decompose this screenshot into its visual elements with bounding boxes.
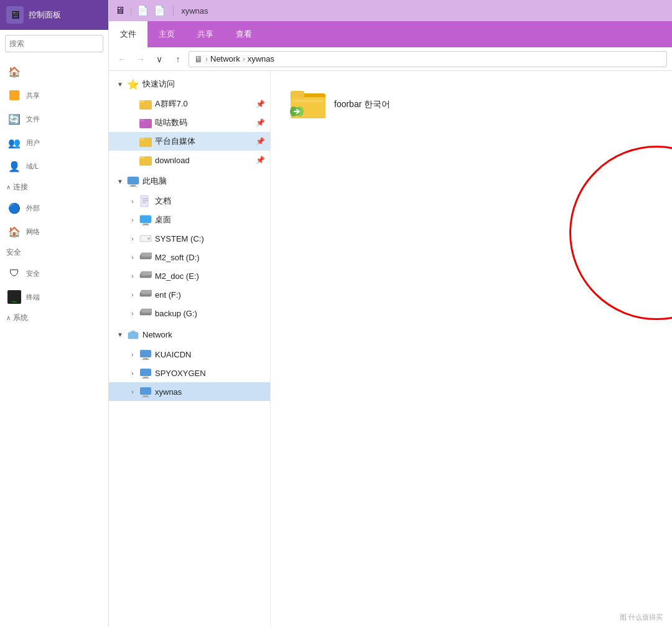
backup-expand: › bbox=[126, 307, 139, 319]
cp-search-input[interactable] bbox=[5, 35, 103, 52]
section-system[interactable]: ∧ 系统 bbox=[0, 309, 108, 327]
xywnas-icon bbox=[139, 385, 152, 398]
svg-rect-0 bbox=[9, 90, 19, 100]
spyoxygen-icon bbox=[139, 366, 152, 380]
network-expand: ▼ bbox=[114, 328, 126, 341]
address-bar[interactable]: 🖥 › Network › xywnas bbox=[189, 51, 667, 67]
domain-label: 域/L bbox=[26, 162, 39, 171]
tree-item-docs[interactable]: › 文档 bbox=[109, 192, 270, 210]
folder-item-foorbar[interactable]: foorbar 한국어 bbox=[283, 83, 398, 126]
svg-rect-34 bbox=[128, 332, 138, 339]
svg-rect-37 bbox=[142, 359, 149, 360]
sidebar-item-terminal[interactable]: _ 终端 bbox=[0, 285, 108, 309]
tab-view[interactable]: 查看 bbox=[225, 21, 263, 47]
section-connect[interactable]: ∧ 连接 bbox=[0, 178, 108, 196]
dazhi-folder-icon bbox=[139, 116, 152, 130]
backup-drive-icon bbox=[139, 306, 152, 320]
quick-access-label: 快速访问 bbox=[142, 78, 175, 90]
svg-rect-4 bbox=[139, 119, 144, 121]
connect-chevron: ∧ bbox=[6, 184, 11, 191]
up-button[interactable]: ↑ bbox=[170, 51, 186, 67]
a-qunhui-label: A群晖7.0 bbox=[155, 98, 188, 110]
control-panel: 🖥 控制面板 🏠 共享 🔄 文件 👥 用户 bbox=[0, 0, 109, 627]
this-pc-header[interactable]: ▼ 此电脑 bbox=[109, 171, 270, 192]
svg-rect-16 bbox=[140, 215, 151, 223]
sidebar-item-file[interactable]: 🔄 文件 bbox=[0, 107, 108, 131]
tree-item-a-qunhui[interactable]: A群晖7.0 📌 bbox=[109, 95, 270, 113]
network-header[interactable]: ▼ Network bbox=[109, 324, 270, 345]
tree-item-kuaicdn[interactable]: › KUAICDN bbox=[109, 345, 270, 364]
tree-item-platform[interactable]: 平台自媒体 📌 bbox=[109, 132, 270, 151]
download-folder-icon bbox=[139, 153, 152, 167]
foorbar-label: foorbar 한국어 bbox=[334, 99, 390, 110]
sidebar-item-security[interactable]: 🛡 安全 bbox=[0, 262, 108, 285]
sidebar-item-network[interactable]: 🏠 网络 bbox=[0, 220, 108, 243]
network-icon: 🏠 bbox=[7, 225, 21, 238]
a-qunhui-pin: 📌 bbox=[256, 100, 265, 108]
shortcut-icon bbox=[289, 105, 304, 120]
dazhi-label: 哒咕数码 bbox=[155, 117, 187, 128]
quick-access-expand: ▼ bbox=[114, 78, 126, 90]
this-pc-section: ▼ 此电脑 › 文档 › bbox=[109, 171, 270, 323]
security-icon: 🛡 bbox=[7, 266, 21, 280]
svg-point-21 bbox=[147, 237, 150, 240]
connect-label: 连接 bbox=[13, 182, 28, 192]
m2doc-expand: › bbox=[126, 270, 139, 282]
network-tree-icon bbox=[126, 328, 140, 341]
tree-item-systemc[interactable]: › SYSTEM (C:) bbox=[109, 229, 270, 248]
docs-expand: › bbox=[126, 195, 139, 207]
tree-item-ent[interactable]: › ent (F:) bbox=[109, 285, 270, 304]
tab-home[interactable]: 主页 bbox=[147, 21, 186, 47]
ent-drive-icon bbox=[139, 288, 152, 301]
watermark: 图 什么值得买 bbox=[620, 613, 663, 622]
desktop-expand: › bbox=[126, 214, 139, 226]
security-label: 安全 bbox=[6, 247, 21, 258]
tree-item-dazhi[interactable]: 哒咕数码 📌 bbox=[109, 113, 270, 132]
foorbar-folder-icon bbox=[291, 88, 328, 121]
section-security: 安全 bbox=[0, 243, 108, 262]
nav-pane: ▼ ⭐ 快速访问 A群晖7.0 📌 bbox=[109, 71, 271, 627]
forward-button[interactable]: → bbox=[133, 51, 149, 67]
quick-access-header[interactable]: ▼ ⭐ 快速访问 bbox=[109, 73, 270, 95]
address-bar-area: ← → ∨ ↑ 🖥 › Network › xywnas bbox=[109, 47, 672, 71]
sidebar-item-shared[interactable]: 共享 bbox=[0, 83, 108, 107]
kuaicdn-icon bbox=[139, 347, 152, 361]
a-qunhui-folder-icon bbox=[139, 97, 152, 111]
systemc-label: SYSTEM (C:) bbox=[155, 234, 204, 243]
file-explorer-window: 🖥 | 📄 📄 xywnas 文件 主页 共享 查看 ← → ∨ bbox=[109, 0, 672, 627]
dropdown-button[interactable]: ∨ bbox=[151, 51, 167, 67]
ribbon: 文件 主页 共享 查看 bbox=[109, 21, 672, 47]
svg-rect-35 bbox=[140, 350, 151, 357]
tab-share[interactable]: 共享 bbox=[186, 21, 225, 47]
tree-item-xywnas[interactable]: › xywnas bbox=[109, 382, 270, 401]
terminal-label: 终端 bbox=[26, 293, 40, 302]
svg-rect-10 bbox=[131, 185, 136, 186]
download-label: download bbox=[155, 156, 190, 165]
ent-label: ent (F:) bbox=[155, 290, 181, 299]
tab-file[interactable]: 文件 bbox=[109, 21, 147, 47]
sidebar-item-domain[interactable]: 👤 域/L bbox=[0, 154, 108, 178]
system-label: 系统 bbox=[13, 313, 28, 323]
sidebar-item-users[interactable]: 👥 用户 bbox=[0, 131, 108, 154]
sidebar-item-external[interactable]: 🔵 外部 bbox=[0, 196, 108, 220]
tree-item-m2soft[interactable]: › M2_soft (D:) bbox=[109, 248, 270, 266]
svg-rect-47 bbox=[293, 100, 323, 102]
tree-item-desktop[interactable]: › 桌面 bbox=[109, 210, 270, 229]
svg-rect-43 bbox=[142, 397, 149, 397]
tree-item-spyoxygen[interactable]: › SPYOXYGEN bbox=[109, 364, 270, 382]
back-button[interactable]: ← bbox=[114, 51, 130, 67]
tree-item-backup[interactable]: › backup (G:) bbox=[109, 304, 270, 323]
cp-header: 🖥 控制面板 bbox=[0, 0, 108, 30]
platform-pin: 📌 bbox=[256, 137, 265, 146]
external-icon: 🔵 bbox=[7, 201, 21, 215]
backup-label: backup (G:) bbox=[155, 309, 197, 318]
download-expand bbox=[126, 154, 139, 166]
title-bar-sep1: | bbox=[130, 6, 132, 15]
cp-header-icon: 🖥 bbox=[6, 6, 24, 24]
quick-access-section: ▼ ⭐ 快速访问 A群晖7.0 📌 bbox=[109, 73, 270, 169]
tree-item-download[interactable]: download 📌 bbox=[109, 151, 270, 169]
title-bar-doc2-icon: 📄 bbox=[154, 5, 166, 16]
sidebar-item-home[interactable]: 🏠 bbox=[0, 60, 108, 83]
xywnas-label: xywnas bbox=[155, 387, 182, 397]
tree-item-m2doc[interactable]: › M2_doc (E:) bbox=[109, 266, 270, 285]
